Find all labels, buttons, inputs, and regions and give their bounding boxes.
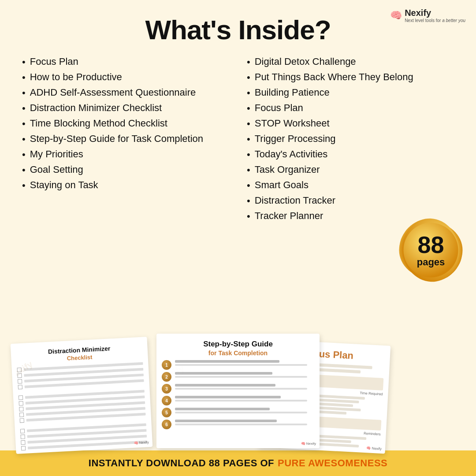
list-item: Trigger Processing (247, 131, 454, 147)
list-item: Focus Plan (247, 100, 454, 116)
doc-center-steps: 1 2 3 4 5 (162, 360, 314, 429)
footer-orange-text: PURE AWESOMENESS (278, 457, 387, 469)
step-circle-3: 3 (162, 384, 171, 394)
doc-left-logo: 🧠 Nexify (134, 440, 149, 445)
doc-card-left: Nexify Distraction Minimizer Checklist (11, 337, 153, 454)
step-circle-6: 6 (162, 420, 171, 429)
list-item: Distraction Tracker (247, 193, 454, 208)
right-list: Digital Detox Challenge Put Things Back … (247, 54, 454, 224)
list-item: How to be Productive (22, 70, 229, 85)
list-item: Today's Activities (247, 147, 454, 162)
list-item: Focus Plan (22, 54, 229, 70)
list-item: Building Patience (247, 85, 454, 100)
list-item: Step-by-Step Guide for Task Completion (22, 131, 229, 147)
list-item: Smart Goals (247, 178, 454, 193)
left-list: Focus Plan How to be Productive ADHD Sel… (22, 54, 229, 193)
step-circle-4: 4 (162, 396, 171, 405)
logo-brand: Nexify (405, 8, 465, 18)
doc-center-logo: 🧠 Nexify (301, 442, 316, 446)
list-item: STOP Worksheet (247, 116, 454, 131)
badge-pages-label: pages (417, 257, 445, 268)
doc-card-center: Nexify Step-by-Step Guide for Task Compl… (156, 334, 320, 448)
footer-black-text: INSTANTLY DOWNLOAD 88 PAGES OF (89, 457, 274, 469)
list-item: Goal Setting (22, 162, 229, 178)
logo-text-block: Nexify Next level tools for a better you (405, 8, 465, 23)
doc-center-title: Step-by-Step Guide (162, 340, 314, 349)
logo-icon: 🧠 (390, 10, 402, 21)
footer: INSTANTLY DOWNLOAD 88 PAGES OF PURE AWES… (0, 450, 476, 476)
logo-area: 🧠 Nexify Next level tools for a better y… (390, 8, 465, 23)
doc-right-logo: 🧠 Nexify (366, 446, 382, 451)
list-item: ADHD Self-Assessment Questionnaire (22, 85, 229, 100)
list-item: Digital Detox Challenge (247, 54, 454, 70)
step-circle-5: 5 (162, 408, 171, 417)
logo-tagline: Next level tools for a better you (405, 18, 465, 23)
documents-area: Nexify Distraction Minimizer Checklist (0, 318, 476, 450)
badge-content: 88 pages (397, 216, 465, 284)
list-item: Staying on Task (22, 178, 229, 193)
badge-area: 88 pages (397, 216, 463, 282)
watermark-left: Nexify (15, 350, 147, 436)
list-item: Distraction Minimizer Checklist (22, 100, 229, 116)
left-list-col: Focus Plan How to be Productive ADHD Sel… (22, 54, 229, 318)
list-item: Put Things Back Where They Belong (247, 70, 454, 85)
list-item: Task Organizer (247, 162, 454, 178)
badge-number: 88 (417, 233, 444, 257)
step-circle-2: 2 (162, 372, 171, 382)
doc-center-subtitle: for Task Completion (162, 350, 314, 357)
list-item: My Priorities (22, 147, 229, 162)
list-item: Time Blocking Method Checklist (22, 116, 229, 131)
page-container: 🧠 Nexify Next level tools for a better y… (0, 0, 476, 476)
step-circle-1: 1 (162, 360, 171, 370)
